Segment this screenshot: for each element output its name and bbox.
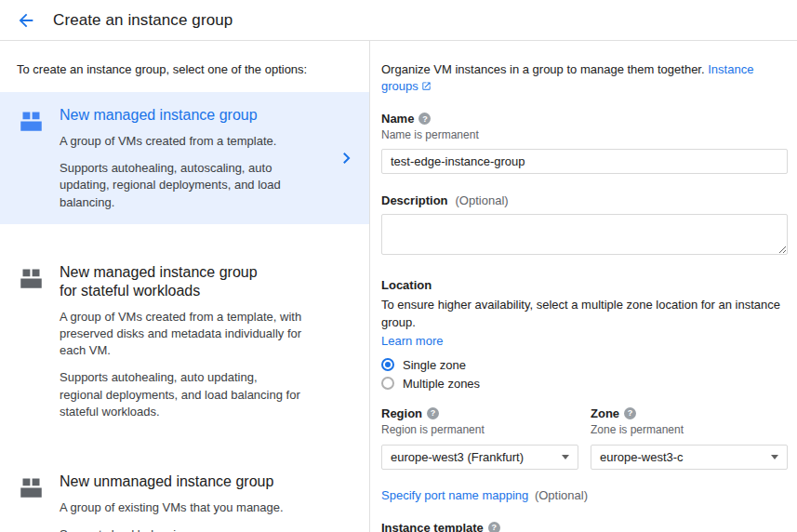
option-list-intro: To create an instance group, select one …: [0, 41, 369, 76]
port-mapping-link[interactable]: Specify port name mapping: [381, 488, 528, 502]
region-value: europe-west3 (Frankfurt): [391, 450, 524, 464]
name-input[interactable]: [381, 149, 788, 174]
option-new-unmanaged-instance-group[interactable]: New unmanaged instance group A group of …: [0, 459, 369, 532]
region-zone-row: Region ? Region is permanent europe-west…: [381, 406, 788, 470]
option-description: A group of existing VMs that you manage.: [60, 499, 284, 516]
option-details: Supports autohealing, auto updating, reg…: [60, 369, 303, 420]
instance-group-icon: [19, 109, 44, 134]
location-section: Location To ensure higher availability, …: [381, 278, 788, 390]
location-help-text: To ensure higher availability, select a …: [381, 297, 788, 330]
option-title: New managed instance group for stateful …: [60, 263, 262, 300]
port-mapping-line: Specify port name mapping (Optional): [381, 488, 788, 502]
create-instance-group-page: Create an instance group To create an in…: [0, 0, 797, 532]
dropdown-arrow-icon: [562, 455, 569, 459]
back-button[interactable]: [15, 9, 37, 32]
region-field: Region ? Region is permanent europe-west…: [381, 406, 578, 470]
description-field: Description (Optional): [381, 193, 788, 259]
option-title: New managed instance group: [60, 106, 303, 125]
zone-sublabel: Zone is permanent: [591, 423, 788, 436]
page-header: Create an instance group: [0, 0, 797, 41]
location-label: Location: [381, 278, 788, 292]
dropdown-arrow-icon: [771, 455, 778, 459]
option-details: Supports autohealing, autoscaling, auto …: [60, 160, 303, 211]
multiple-zones-radio[interactable]: Multiple zones: [381, 377, 788, 391]
arrow-left-icon: [16, 10, 36, 31]
option-description: A group of VMs created from a template.: [60, 133, 303, 150]
instance-template-field: Instance template ? test-edge-template: [381, 521, 788, 532]
name-label: Name: [381, 112, 414, 126]
form-intro: Organize VM instances in a group to mana…: [381, 61, 788, 96]
learn-more-link[interactable]: Learn more: [381, 334, 443, 348]
option-new-managed-instance-group[interactable]: New managed instance group A group of VM…: [0, 92, 369, 224]
option-list-panel: To create an instance group, select one …: [0, 41, 370, 532]
zone-value: europe-west3-c: [600, 450, 684, 464]
multiple-zones-label: Multiple zones: [403, 377, 480, 391]
zone-label: Zone: [591, 406, 619, 420]
help-icon[interactable]: ?: [418, 113, 431, 125]
region-label: Region: [381, 406, 422, 420]
region-dropdown[interactable]: europe-west3 (Frankfurt): [381, 445, 578, 470]
description-textarea[interactable]: [381, 214, 788, 255]
radio-selected-icon: [381, 358, 394, 371]
option-title: New unmanaged instance group: [60, 472, 284, 491]
help-icon[interactable]: ?: [624, 407, 636, 419]
single-zone-label: Single zone: [403, 358, 466, 372]
radio-unselected-icon: [381, 377, 394, 390]
option-new-managed-stateful-group[interactable]: New managed instance group for stateful …: [0, 249, 369, 433]
port-mapping-optional: (Optional): [535, 488, 588, 502]
help-icon[interactable]: ?: [488, 522, 500, 532]
external-link-icon: [421, 79, 432, 96]
zone-field: Zone ? Zone is permanent europe-west3-c: [591, 406, 788, 470]
single-zone-radio[interactable]: Single zone: [381, 358, 788, 372]
name-field: Name ? Name is permanent: [381, 112, 788, 174]
name-sublabel: Name is permanent: [381, 128, 788, 141]
description-optional: (Optional): [456, 193, 509, 207]
form-intro-text: Organize VM instances in a group to mana…: [381, 62, 705, 76]
instance-template-label: Instance template: [381, 521, 484, 532]
zone-dropdown[interactable]: europe-west3-c: [591, 445, 788, 470]
option-details: Supports load balancing.: [60, 526, 284, 532]
option-description: A group of VMs created from a template, …: [60, 309, 303, 360]
form-panel: Organize VM instances in a group to mana…: [370, 41, 797, 532]
region-sublabel: Region is permanent: [381, 423, 578, 436]
help-icon[interactable]: ?: [427, 407, 439, 419]
description-label: Description: [381, 193, 448, 207]
instance-group-icon: [19, 266, 44, 291]
chevron-right-icon: [336, 147, 358, 169]
page-title: Create an instance group: [53, 11, 232, 30]
instance-group-icon: [19, 475, 44, 500]
